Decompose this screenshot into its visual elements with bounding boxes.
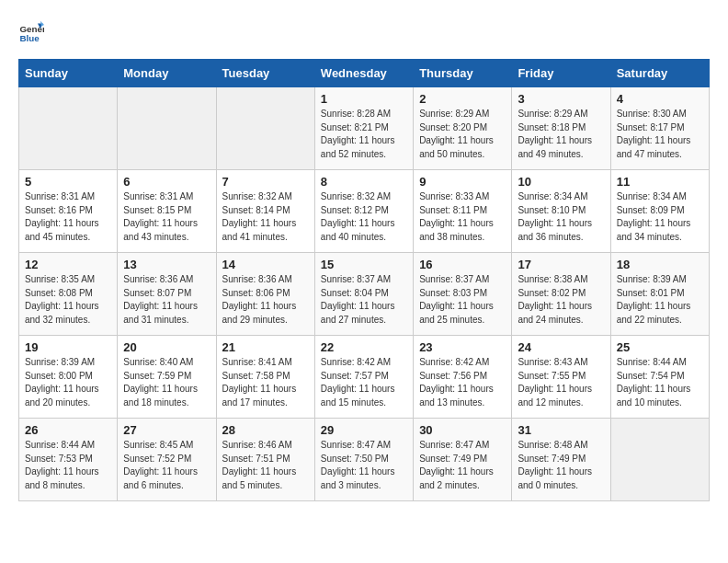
weekday-header-wednesday: Wednesday (314, 60, 413, 87)
weekday-header-thursday: Thursday (414, 60, 512, 87)
calendar-cell (610, 419, 709, 501)
calendar-cell: 15Sunrise: 8:37 AM Sunset: 8:04 PM Dayli… (314, 253, 413, 336)
day-number: 7 (222, 175, 309, 189)
day-info: Sunrise: 8:38 AM Sunset: 8:02 PM Dayligh… (518, 273, 604, 327)
calendar-cell (118, 87, 216, 170)
day-info: Sunrise: 8:33 AM Sunset: 8:11 PM Dayligh… (419, 190, 506, 244)
day-number: 24 (518, 340, 604, 354)
calendar-cell: 6Sunrise: 8:31 AM Sunset: 8:15 PM Daylig… (118, 170, 216, 253)
calendar-body: 1Sunrise: 8:28 AM Sunset: 8:21 PM Daylig… (19, 87, 710, 501)
calendar-cell: 28Sunrise: 8:46 AM Sunset: 7:51 PM Dayli… (216, 419, 314, 501)
calendar-week-4: 19Sunrise: 8:39 AM Sunset: 8:00 PM Dayli… (19, 336, 710, 419)
svg-text:Blue: Blue (19, 33, 40, 43)
calendar-cell: 23Sunrise: 8:42 AM Sunset: 7:56 PM Dayli… (414, 336, 512, 419)
day-number: 29 (321, 423, 407, 437)
calendar-cell: 2Sunrise: 8:29 AM Sunset: 8:20 PM Daylig… (414, 87, 512, 170)
calendar-cell: 21Sunrise: 8:41 AM Sunset: 7:58 PM Dayli… (216, 336, 314, 419)
calendar-cell: 14Sunrise: 8:36 AM Sunset: 8:06 PM Dayli… (216, 253, 314, 336)
calendar-cell: 29Sunrise: 8:47 AM Sunset: 7:50 PM Dayli… (314, 419, 413, 501)
calendar-cell: 11Sunrise: 8:34 AM Sunset: 8:09 PM Dayli… (610, 170, 709, 253)
calendar-cell: 3Sunrise: 8:29 AM Sunset: 8:18 PM Daylig… (512, 87, 610, 170)
day-number: 2 (419, 92, 506, 106)
day-number: 28 (222, 423, 309, 437)
day-info: Sunrise: 8:37 AM Sunset: 8:04 PM Dayligh… (321, 273, 407, 327)
day-info: Sunrise: 8:36 AM Sunset: 8:06 PM Dayligh… (222, 273, 309, 327)
day-info: Sunrise: 8:48 AM Sunset: 7:49 PM Dayligh… (518, 439, 604, 492)
day-info: Sunrise: 8:31 AM Sunset: 8:15 PM Dayligh… (123, 190, 210, 244)
day-number: 26 (25, 423, 111, 437)
day-number: 21 (222, 340, 309, 354)
day-info: Sunrise: 8:30 AM Sunset: 8:17 PM Dayligh… (617, 108, 703, 161)
calendar-week-1: 1Sunrise: 8:28 AM Sunset: 8:21 PM Daylig… (19, 87, 710, 170)
day-number: 22 (321, 340, 407, 354)
day-number: 23 (419, 340, 506, 354)
day-info: Sunrise: 8:45 AM Sunset: 7:52 PM Dayligh… (123, 439, 210, 492)
calendar-cell: 26Sunrise: 8:44 AM Sunset: 7:53 PM Dayli… (19, 419, 118, 501)
day-info: Sunrise: 8:47 AM Sunset: 7:50 PM Dayligh… (321, 439, 407, 492)
calendar-cell: 31Sunrise: 8:48 AM Sunset: 7:49 PM Dayli… (512, 419, 610, 501)
calendar-cell: 8Sunrise: 8:32 AM Sunset: 8:12 PM Daylig… (314, 170, 413, 253)
day-info: Sunrise: 8:41 AM Sunset: 7:58 PM Dayligh… (222, 356, 309, 409)
day-info: Sunrise: 8:47 AM Sunset: 7:49 PM Dayligh… (419, 439, 506, 492)
calendar-week-3: 12Sunrise: 8:35 AM Sunset: 8:08 PM Dayli… (19, 253, 710, 336)
day-info: Sunrise: 8:44 AM Sunset: 7:53 PM Dayligh… (25, 439, 111, 492)
calendar-cell: 1Sunrise: 8:28 AM Sunset: 8:21 PM Daylig… (314, 87, 413, 170)
day-number: 6 (123, 175, 210, 189)
calendar-cell: 18Sunrise: 8:39 AM Sunset: 8:01 PM Dayli… (610, 253, 709, 336)
day-info: Sunrise: 8:36 AM Sunset: 8:07 PM Dayligh… (123, 273, 210, 327)
calendar-cell: 13Sunrise: 8:36 AM Sunset: 8:07 PM Dayli… (118, 253, 216, 336)
day-info: Sunrise: 8:32 AM Sunset: 8:12 PM Dayligh… (321, 190, 407, 244)
day-number: 11 (617, 175, 703, 189)
calendar-cell: 7Sunrise: 8:32 AM Sunset: 8:14 PM Daylig… (216, 170, 314, 253)
weekday-header-monday: Monday (118, 60, 216, 87)
day-info: Sunrise: 8:39 AM Sunset: 8:00 PM Dayligh… (25, 356, 111, 409)
day-info: Sunrise: 8:43 AM Sunset: 7:55 PM Dayligh… (518, 356, 604, 409)
day-info: Sunrise: 8:31 AM Sunset: 8:16 PM Dayligh… (25, 190, 111, 244)
day-number: 10 (518, 175, 604, 189)
calendar-header: SundayMondayTuesdayWednesdayThursdayFrid… (19, 60, 710, 87)
day-number: 3 (518, 92, 604, 106)
day-number: 18 (617, 258, 703, 271)
day-info: Sunrise: 8:42 AM Sunset: 7:57 PM Dayligh… (321, 356, 407, 409)
day-info: Sunrise: 8:34 AM Sunset: 8:10 PM Dayligh… (518, 190, 604, 244)
day-number: 17 (518, 258, 604, 271)
logo-icon: General Blue (18, 18, 44, 44)
calendar-cell: 16Sunrise: 8:37 AM Sunset: 8:03 PM Dayli… (414, 253, 512, 336)
calendar-cell: 25Sunrise: 8:44 AM Sunset: 7:54 PM Dayli… (610, 336, 709, 419)
day-info: Sunrise: 8:37 AM Sunset: 8:03 PM Dayligh… (419, 273, 506, 327)
day-info: Sunrise: 8:35 AM Sunset: 8:08 PM Dayligh… (25, 273, 111, 327)
day-number: 12 (25, 258, 111, 271)
day-info: Sunrise: 8:44 AM Sunset: 7:54 PM Dayligh… (617, 356, 703, 409)
day-number: 25 (617, 340, 703, 354)
calendar-cell: 22Sunrise: 8:42 AM Sunset: 7:57 PM Dayli… (314, 336, 413, 419)
day-info: Sunrise: 8:46 AM Sunset: 7:51 PM Dayligh… (222, 439, 309, 492)
calendar-cell: 20Sunrise: 8:40 AM Sunset: 7:59 PM Dayli… (118, 336, 216, 419)
day-number: 27 (123, 423, 210, 437)
calendar-cell: 30Sunrise: 8:47 AM Sunset: 7:49 PM Dayli… (414, 419, 512, 501)
calendar-cell: 17Sunrise: 8:38 AM Sunset: 8:02 PM Dayli… (512, 253, 610, 336)
calendar-cell: 4Sunrise: 8:30 AM Sunset: 8:17 PM Daylig… (610, 87, 709, 170)
calendar-week-5: 26Sunrise: 8:44 AM Sunset: 7:53 PM Dayli… (19, 419, 710, 501)
day-number: 15 (321, 258, 407, 271)
calendar-cell: 12Sunrise: 8:35 AM Sunset: 8:08 PM Dayli… (19, 253, 118, 336)
day-info: Sunrise: 8:34 AM Sunset: 8:09 PM Dayligh… (617, 190, 703, 244)
day-info: Sunrise: 8:29 AM Sunset: 8:20 PM Dayligh… (419, 108, 506, 161)
weekday-header-row: SundayMondayTuesdayWednesdayThursdayFrid… (19, 60, 710, 87)
day-info: Sunrise: 8:28 AM Sunset: 8:21 PM Dayligh… (321, 108, 407, 161)
calendar-cell: 27Sunrise: 8:45 AM Sunset: 7:52 PM Dayli… (118, 419, 216, 501)
calendar-cell: 10Sunrise: 8:34 AM Sunset: 8:10 PM Dayli… (512, 170, 610, 253)
calendar-cell (19, 87, 118, 170)
calendar-cell (216, 87, 314, 170)
day-number: 16 (419, 258, 506, 271)
day-number: 31 (518, 423, 604, 437)
weekday-header-sunday: Sunday (19, 60, 118, 87)
day-number: 5 (25, 175, 111, 189)
day-number: 13 (123, 258, 210, 271)
day-number: 8 (321, 175, 407, 189)
day-number: 14 (222, 258, 309, 271)
day-number: 9 (419, 175, 506, 189)
calendar-cell: 5Sunrise: 8:31 AM Sunset: 8:16 PM Daylig… (19, 170, 118, 253)
day-number: 30 (419, 423, 506, 437)
day-info: Sunrise: 8:42 AM Sunset: 7:56 PM Dayligh… (419, 356, 506, 409)
weekday-header-tuesday: Tuesday (216, 60, 314, 87)
